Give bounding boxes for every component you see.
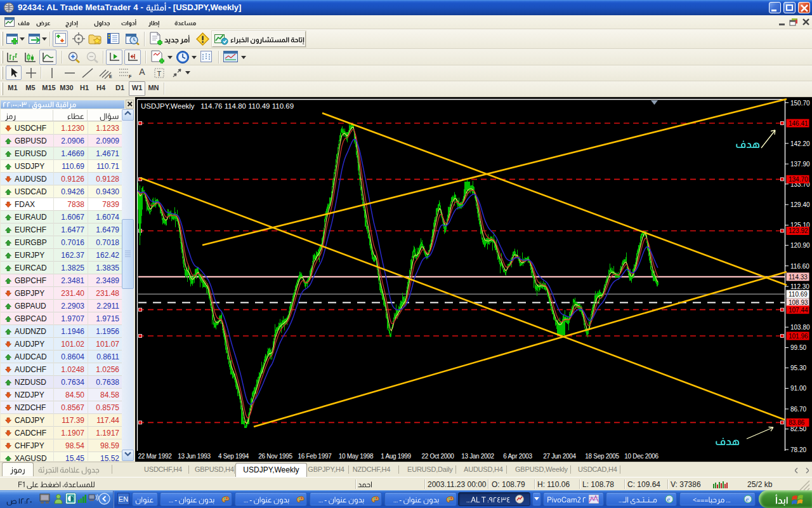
- svg-text:USDJPY,Weekly 114.76 114.80: USDJPY,Weekly 114.76 114.80 110.49 110.6…: [141, 102, 294, 110]
- svg-text:103.80: 103.80: [790, 324, 810, 331]
- svg-text:18 Sep 2005: 18 Sep 2005: [585, 453, 619, 460]
- svg-text:142.20: 142.20: [790, 140, 810, 147]
- svg-text:6 Apr 2003: 6 Apr 2003: [503, 453, 532, 460]
- svg-text:134.70: 134.70: [789, 176, 808, 183]
- svg-text:116.60: 116.60: [790, 263, 809, 270]
- svg-text:150.70: 150.70: [790, 100, 810, 107]
- svg-text:10 Dec 2006: 10 Dec 2006: [624, 453, 658, 460]
- svg-text:e: e: [745, 495, 749, 503]
- svg-text:e: e: [667, 495, 670, 503]
- svg-text:T: T: [157, 70, 162, 77]
- svg-text:107.44: 107.44: [789, 307, 808, 314]
- svg-text:112.30: 112.30: [790, 283, 809, 290]
- svg-text:114.33: 114.33: [789, 274, 808, 281]
- svg-text:91.00: 91.00: [790, 385, 806, 392]
- svg-text:82.50: 82.50: [790, 425, 806, 432]
- svg-text:1 Aug 1999: 1 Aug 1999: [381, 453, 411, 460]
- svg-text:13 Jun 1993: 13 Jun 1993: [178, 453, 211, 460]
- svg-text:99.50: 99.50: [790, 344, 806, 351]
- svg-text:26 Nov 1995: 26 Nov 1995: [258, 453, 292, 460]
- svg-text:95.30: 95.30: [790, 364, 806, 371]
- svg-text:146.41: 146.41: [789, 120, 808, 127]
- svg-text:10 May 1998: 10 May 1998: [339, 453, 374, 460]
- svg-text:22 Mar 1992: 22 Mar 1992: [138, 453, 173, 460]
- svg-text:16 Feb 1997: 16 Feb 1997: [298, 453, 332, 460]
- svg-text:4 Sep 1994: 4 Sep 1994: [218, 453, 249, 460]
- svg-text:27 Jun 2004: 27 Jun 2004: [543, 453, 576, 460]
- svg-text:101.96: 101.96: [789, 333, 808, 340]
- svg-text:120.90: 120.90: [790, 242, 810, 249]
- svg-text:86.70: 86.70: [790, 406, 806, 413]
- svg-text:78.20: 78.20: [790, 446, 806, 453]
- svg-text:22 Oct 2000: 22 Oct 2000: [421, 453, 454, 460]
- svg-text:110.69: 110.69: [789, 291, 808, 298]
- svg-text:83.86: 83.86: [789, 419, 804, 426]
- svg-text:137.90: 137.90: [790, 161, 810, 168]
- svg-text:123.92: 123.92: [789, 227, 808, 234]
- svg-text:13 Jan 2002: 13 Jan 2002: [461, 453, 494, 460]
- svg-text:F: F: [129, 74, 132, 79]
- svg-text:108.93: 108.93: [789, 299, 808, 306]
- svg-text:129.40: 129.40: [790, 201, 810, 208]
- svg-text:E: E: [109, 74, 112, 79]
